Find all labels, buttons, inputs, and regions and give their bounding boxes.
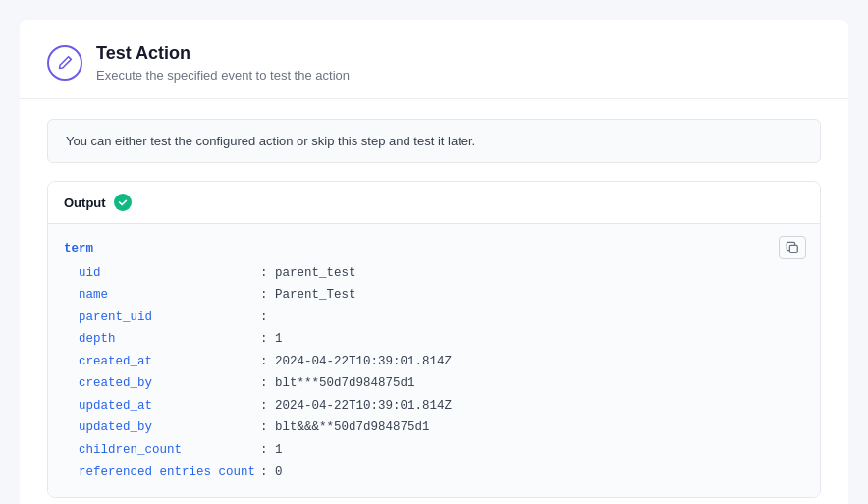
table-row: created_by : blt***50d7d984875d1 [64,372,804,395]
table-row: referenced_entries_count : 0 [64,461,804,483]
output-success-icon [114,194,132,211]
content-area: You can either test the configured actio… [20,99,848,504]
field-value-created-by: : blt***50d7d984875d1 [260,372,415,395]
table-row: created_at : 2024-04-22T10:39:01.814Z [64,351,804,373]
field-value-updated-by: : blt&&&**50d7d984875d1 [260,417,430,439]
output-body: term uid : parent_test name : Parent_Tes… [48,224,820,497]
field-value-created-at: : 2024-04-22T10:39:01.814Z [260,351,452,373]
field-value-name: : Parent_Test [260,284,356,307]
field-value-uid: : parent_test [260,262,356,285]
field-key-parent-uid: parent_uid [64,307,260,329]
field-key-updated-by: updated_by [64,417,260,439]
header: Test Action Execute the specified event … [20,20,848,99]
copy-button[interactable] [779,236,806,259]
page-container: Test Action Execute the specified event … [20,20,848,504]
table-row: updated_at : 2024-04-22T10:39:01.814Z [64,395,804,418]
field-key-uid: uid [64,262,260,285]
edit-icon [56,54,74,72]
table-row: parent_uid : [64,307,804,329]
output-label: Output [64,196,106,210]
field-key-updated-at: updated_at [64,395,260,418]
term-section-label: term [64,238,804,260]
field-key-created-at: created_at [64,351,260,373]
checkmark-icon [118,197,128,207]
field-key-name: name [64,284,260,307]
output-header: Output [48,182,820,224]
output-section: Output term uid : parent_tes [47,181,821,498]
header-text: Test Action Execute the specified event … [96,43,350,83]
table-row: name : Parent_Test [64,284,804,307]
info-text: You can either test the configured actio… [66,134,475,148]
field-key-referenced-entries-count: referenced_entries_count [64,461,260,483]
field-value-depth: : 1 [260,328,283,351]
field-key-created-by: created_by [64,372,260,395]
field-value-parent-uid: : [260,307,268,329]
field-key-depth: depth [64,328,260,351]
table-row: depth : 1 [64,328,804,351]
page-subtitle: Execute the specified event to test the … [96,68,350,83]
svg-rect-0 [789,245,797,252]
table-row: children_count : 1 [64,439,804,462]
test-action-icon [47,45,82,81]
field-value-updated-at: : 2024-04-22T10:39:01.814Z [260,395,452,418]
field-value-children-count: : 1 [260,439,283,462]
table-row: updated_by : blt&&&**50d7d984875d1 [64,417,804,439]
table-row: uid : parent_test [64,262,804,285]
field-value-referenced-entries-count: : 0 [260,461,283,483]
field-key-children-count: children_count [64,439,260,462]
copy-icon [786,241,799,254]
page-title: Test Action [96,43,350,64]
info-bar: You can either test the configured actio… [47,119,821,163]
